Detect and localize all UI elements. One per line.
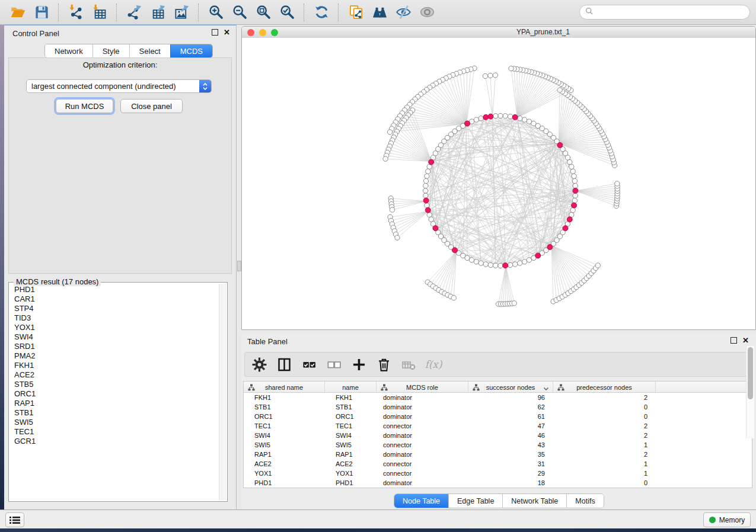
table-toolbar: f(x) xyxy=(244,352,752,377)
save-icon[interactable] xyxy=(31,2,52,23)
memory-button[interactable]: Memory xyxy=(703,512,751,527)
split-view-icon[interactable] xyxy=(276,356,292,373)
import-table-icon[interactable] xyxy=(90,2,110,23)
mcds-result-item[interactable]: RAP1 xyxy=(10,399,219,408)
control-panel: Control Panel ✕ NetworkStyleSelectMCDS O… xyxy=(4,25,237,509)
gear-icon[interactable] xyxy=(251,356,267,373)
mcds-result-item[interactable]: TID3 xyxy=(10,313,219,323)
hide-eye-icon[interactable] xyxy=(393,2,413,23)
zoom-fit-icon[interactable] xyxy=(253,2,273,23)
mcds-result-item[interactable]: STB1 xyxy=(10,408,219,418)
tab-edge-table[interactable]: Edge Table xyxy=(448,494,502,508)
float-window-icon[interactable] xyxy=(212,29,218,36)
add-icon[interactable] xyxy=(350,356,367,373)
mcds-result-item[interactable]: SRD1 xyxy=(10,342,219,351)
cell-name: FKH1 xyxy=(325,393,377,402)
close-panel-button[interactable]: Close panel xyxy=(120,99,183,113)
search-input[interactable] xyxy=(594,8,745,17)
cell-MCDS-role: dominator xyxy=(377,450,468,459)
mcds-result-item[interactable]: CAR1 xyxy=(10,294,219,304)
control-panel-titlebar: Control Panel ✕ xyxy=(4,25,236,41)
table-row[interactable]: PHD1PHD1dominator180 xyxy=(244,478,752,488)
mcds-result-item[interactable]: PHD1 xyxy=(10,285,219,294)
tab-style[interactable]: Style xyxy=(92,44,129,57)
mcds-result-item[interactable]: YOX1 xyxy=(10,323,219,332)
mcds-result-item[interactable]: FKH1 xyxy=(10,361,219,370)
splitter-handle[interactable] xyxy=(237,261,241,271)
table-close-panel-icon[interactable]: ✕ xyxy=(742,337,749,344)
column-header-MCDS-role[interactable]: MCDS role xyxy=(377,382,468,393)
mcds-result-item[interactable]: SWI4 xyxy=(10,332,219,342)
column-header-shared-name[interactable]: shared name xyxy=(244,382,325,393)
duplicate-network-icon[interactable] xyxy=(346,2,366,23)
mcds-result-item[interactable]: STB5 xyxy=(10,380,219,389)
network-window-titlebar[interactable]: YPA_prune.txt_1 xyxy=(242,27,755,39)
mcds-result-item[interactable]: ACE2 xyxy=(10,370,219,380)
zoom-out-icon[interactable] xyxy=(229,2,250,23)
table-row[interactable]: FKH1FKH1dominator962 xyxy=(244,393,752,402)
zoom-in-icon[interactable] xyxy=(206,2,226,23)
trash-icon[interactable] xyxy=(375,356,392,373)
table-row[interactable]: RAP1RAP1dominator352 xyxy=(244,450,752,459)
table-row[interactable]: TEC1TEC1connector472 xyxy=(244,421,752,431)
close-panel-icon[interactable]: ✕ xyxy=(224,29,230,36)
mcds-result-item[interactable]: TEC1 xyxy=(10,427,219,437)
table-scrollbar[interactable] xyxy=(746,346,754,438)
table-row[interactable]: STB1STB1dominator620 xyxy=(244,402,752,412)
table-body: FKH1FKH1dominator962STB1STB1dominator620… xyxy=(244,393,752,488)
table-float-window-icon[interactable] xyxy=(731,337,737,344)
list-icon xyxy=(9,516,20,524)
mcds-result-item[interactable]: STP4 xyxy=(10,304,219,313)
mcds-result-item[interactable]: ORC1 xyxy=(10,389,219,399)
network-canvas[interactable] xyxy=(242,38,755,329)
export-image-icon[interactable] xyxy=(171,2,192,23)
export-table-icon[interactable] xyxy=(148,2,168,23)
search-box[interactable] xyxy=(579,5,750,20)
zoom-selected-icon[interactable] xyxy=(277,2,297,23)
cell-successor-nodes: 18 xyxy=(468,478,553,488)
tab-motifs[interactable]: Motifs xyxy=(566,494,603,508)
refresh-icon[interactable] xyxy=(311,2,331,23)
cell-successor-nodes: 47 xyxy=(468,421,553,431)
column-type-icon xyxy=(248,384,255,392)
panel-splitter[interactable] xyxy=(237,25,241,509)
toolbar-separator xyxy=(338,4,339,21)
export-network-icon[interactable] xyxy=(124,2,144,23)
column-header-predecessor-nodes[interactable]: predecessor nodes xyxy=(553,382,656,393)
mcds-result-item[interactable]: PMA2 xyxy=(10,351,219,361)
tab-node-table[interactable]: Node Table xyxy=(394,494,448,508)
cell-predecessor-nodes: 2 xyxy=(553,431,656,440)
cell-predecessor-nodes: 1 xyxy=(553,469,656,478)
cell-name: TEC1 xyxy=(325,421,377,431)
table-row[interactable]: ACE2ACE2connector311 xyxy=(244,459,752,469)
tab-network[interactable]: Network xyxy=(45,44,92,57)
import-network-icon[interactable] xyxy=(66,2,86,23)
select-checked-icon[interactable] xyxy=(301,356,317,373)
binoculars-icon[interactable] xyxy=(369,2,390,23)
task-history-button[interactable] xyxy=(5,512,24,527)
column-type-icon xyxy=(381,384,388,392)
tab-select[interactable]: Select xyxy=(129,44,170,57)
table-row[interactable]: SWI5SWI5connector431 xyxy=(244,440,752,450)
desktop-wallpaper-bottom xyxy=(0,528,756,532)
table-row[interactable]: YOX1YOX1connector291 xyxy=(244,469,752,478)
column-header-successor-nodes[interactable]: successor nodes xyxy=(468,382,553,393)
tab-mcds[interactable]: MCDS xyxy=(170,44,212,57)
show-eye-icon xyxy=(417,2,437,23)
network-graph[interactable] xyxy=(242,38,755,329)
table-disabled-icon xyxy=(400,356,417,373)
table-scrollbar-thumb[interactable] xyxy=(748,347,753,399)
optimization-criterion-select[interactable]: largest connected component (undirected) xyxy=(26,79,212,93)
table-row[interactable]: SWI4SWI4dominator462 xyxy=(244,431,752,440)
mcds-result-item[interactable]: GCR1 xyxy=(10,437,219,446)
sort-chevron-icon[interactable] xyxy=(543,385,549,392)
mcds-result-groupbox: MCDS result (17 nodes) PHD1CAR1STP4TID3Y… xyxy=(8,282,228,502)
open-folder-icon[interactable] xyxy=(8,2,28,23)
mcds-list-scrollbar[interactable] xyxy=(219,284,226,500)
column-header-name[interactable]: name xyxy=(325,382,377,393)
run-mcds-button[interactable]: Run MCDS xyxy=(56,99,113,113)
mcds-result-item[interactable]: SWI5 xyxy=(10,418,219,427)
select-unchecked-icon[interactable] xyxy=(326,356,342,373)
tab-network-table[interactable]: Network Table xyxy=(502,494,566,508)
table-row[interactable]: ORC1ORC1dominator610 xyxy=(244,412,752,421)
